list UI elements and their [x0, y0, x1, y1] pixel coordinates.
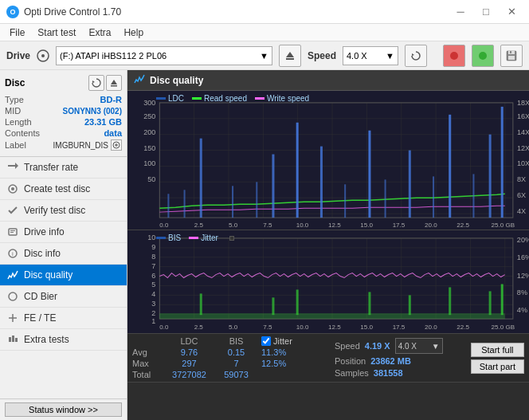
svg-text:8: 8 [151, 253, 155, 261]
svg-rect-75 [296, 123, 299, 218]
left-panel: Disc Type BD-R MID SONYNN3 (002) [0, 70, 127, 420]
svg-text:12.5: 12.5 [328, 324, 341, 331]
nav-transfer-rate[interactable]: Transfer rate [0, 157, 127, 179]
position-value: 23862 MB [370, 356, 411, 366]
svg-text:4X: 4X [517, 207, 526, 215]
svg-rect-28 [127, 91, 529, 230]
jitter-checkbox[interactable] [261, 336, 271, 346]
color-button-1[interactable] [443, 45, 465, 67]
label-label: Label [5, 140, 26, 150]
read-speed-legend-label: Read speed [204, 94, 247, 103]
label-edit-icon[interactable] [111, 139, 122, 151]
speed-stat-dropdown-val: 4.0 X [398, 342, 417, 351]
length-value: 23.31 GB [84, 117, 122, 127]
svg-text:6X: 6X [517, 191, 526, 199]
menu-start-test[interactable]: Start test [31, 26, 82, 40]
minimize-button[interactable]: ─ [449, 4, 472, 20]
svg-rect-86 [344, 184, 346, 218]
avg-row-label: Avg [132, 347, 164, 357]
speed-stat-label: Speed [335, 341, 360, 351]
bis-col-header: BIS [214, 336, 258, 346]
type-value: BD-R [100, 95, 123, 104]
svg-text:7: 7 [151, 262, 155, 270]
refresh-button[interactable] [405, 45, 427, 67]
nav-drive-info[interactable]: Drive info [0, 222, 127, 243]
svg-text:4: 4 [151, 290, 155, 298]
disc-info-label: Disc info [24, 248, 61, 259]
save-button[interactable] [500, 45, 523, 67]
menu-extra[interactable]: Extra [82, 26, 117, 40]
contents-label: Contents [5, 128, 40, 138]
bottom-chart-legend: BIS Jitter [151, 232, 239, 244]
svg-point-5 [450, 52, 458, 60]
drive-dropdown[interactable]: (F:) ATAPI iHBS112 2 PL06 ▼ [56, 46, 272, 65]
svg-rect-82 [167, 194, 169, 218]
extra-tests-icon [6, 333, 19, 346]
svg-marker-12 [111, 80, 117, 84]
nav-create-test[interactable]: Create test disc [0, 179, 127, 200]
ldc-col-header: LDC [167, 336, 211, 346]
title-bar-left: O Opti Drive Control 1.70 [6, 6, 121, 18]
disc-quality-header: Disc quality [127, 70, 529, 91]
jitter-legend-color [189, 237, 198, 239]
jitter-legend-label: Jitter [201, 234, 218, 242]
svg-rect-27 [15, 338, 18, 342]
svg-text:5: 5 [151, 281, 155, 289]
create-test-label: Create test disc [24, 183, 90, 194]
svg-text:50: 50 [147, 175, 155, 183]
svg-text:0.0: 0.0 [159, 222, 169, 229]
color-button-2[interactable] [472, 45, 494, 67]
svg-rect-20 [10, 230, 15, 231]
svg-text:8X: 8X [517, 175, 526, 183]
read-speed-legend-color [192, 97, 202, 100]
start-full-button[interactable]: Start full [471, 343, 524, 357]
disc-eject-icon[interactable] [106, 75, 122, 91]
disc-quality-label: Disc quality [24, 269, 72, 281]
menu-file[interactable]: File [3, 26, 31, 40]
svg-text:7.5: 7.5 [263, 222, 272, 229]
nav-disc-info[interactable]: i Disc info [0, 243, 127, 265]
disc-quality-icon [6, 269, 19, 281]
start-part-button[interactable]: Start part [471, 359, 524, 374]
svg-text:3: 3 [151, 300, 155, 308]
menu-help[interactable]: Help [117, 26, 150, 40]
svg-text:10.0: 10.0 [296, 222, 309, 229]
drive-eject-button[interactable] [279, 45, 301, 67]
svg-text:150: 150 [143, 144, 155, 152]
nav-cd-bier[interactable]: CD Bier [0, 286, 127, 308]
ldc-legend-color [156, 97, 166, 100]
svg-text:14X: 14X [517, 128, 529, 136]
nav-extra-tests[interactable]: Extra tests [0, 329, 127, 351]
position-label: Position [335, 356, 366, 366]
svg-text:10X: 10X [517, 160, 529, 168]
transfer-rate-label: Transfer rate [24, 162, 78, 173]
speed-dropdown[interactable]: 4.0 X ▼ [343, 46, 398, 65]
nav-verify-test[interactable]: Verify test disc [0, 200, 127, 222]
status-window-area: Status window >> [0, 398, 127, 420]
svg-text:10.0: 10.0 [296, 324, 309, 331]
ldc-total-value: 3727082 [167, 370, 211, 379]
nav-items: Transfer rate Create test disc Verify te… [0, 157, 127, 351]
svg-text:12X: 12X [517, 144, 529, 152]
top-chart-svg: 300 250 200 150 100 50 18X 16X 14X 12X 1… [127, 91, 529, 230]
svg-text:6: 6 [151, 272, 155, 280]
svg-rect-3 [286, 58, 294, 60]
jitter-col-header: Jitter [273, 336, 292, 346]
disc-refresh-icon[interactable] [88, 75, 104, 91]
svg-text:25.0 GB: 25.0 GB [492, 324, 515, 331]
nav-disc-quality[interactable]: Disc quality [0, 265, 127, 286]
svg-rect-87 [385, 179, 386, 218]
status-window-button[interactable]: Status window >> [5, 402, 122, 417]
svg-text:15.0: 15.0 [360, 222, 373, 229]
top-chart-legend: LDC Read speed Write speed [151, 92, 314, 104]
start-buttons: Start full Start part [471, 343, 524, 374]
cd-bier-label: CD Bier [24, 291, 57, 302]
svg-text:20.0: 20.0 [425, 222, 437, 229]
close-button[interactable]: ✕ [500, 4, 523, 20]
label-value: IMGBURN_DIS [53, 141, 108, 150]
nav-fe-te[interactable]: FE / TE [0, 308, 127, 329]
svg-text:20%: 20% [517, 236, 529, 244]
maximize-button[interactable]: □ [475, 4, 497, 20]
svg-rect-88 [433, 176, 434, 218]
speed-stat-dropdown[interactable]: 4.0 X ▼ [395, 338, 443, 354]
